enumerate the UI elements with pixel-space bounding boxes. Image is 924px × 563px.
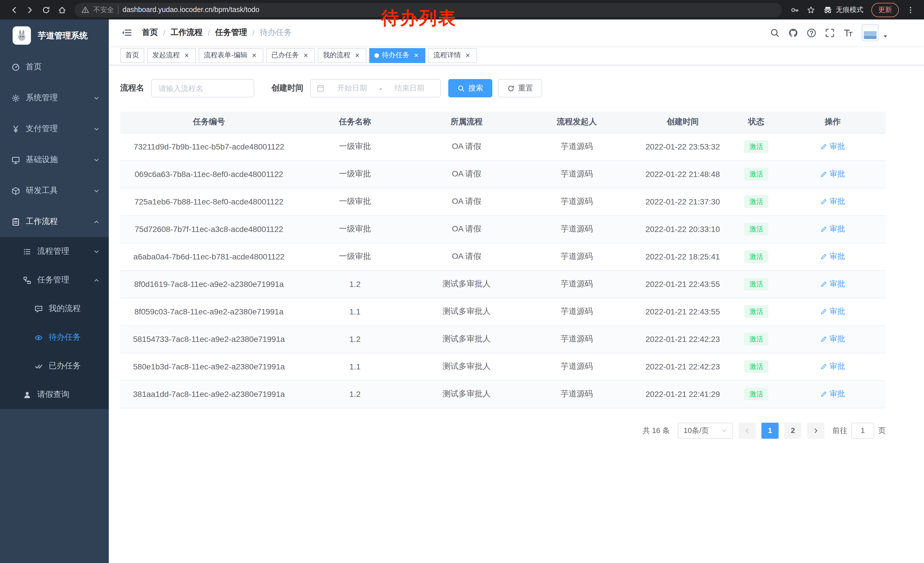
search-icon <box>458 84 465 92</box>
sidebar-item-infra[interactable]: 基础设施 <box>0 144 109 175</box>
table-row: 75d72608-7b7f-11ec-a3c8-acde48001122 一级审… <box>120 215 886 243</box>
col-initiator: 流程发起人 <box>521 112 633 133</box>
sidebar-item-todo-task[interactable]: 待办任务 <box>0 323 109 352</box>
sidebar-item-payment[interactable]: 支付管理 <box>0 113 109 144</box>
github-icon[interactable] <box>784 24 802 42</box>
tab-close-icon[interactable]: × <box>412 51 420 59</box>
sidebar-item-home[interactable]: 首页 <box>0 51 109 83</box>
filter-bar: 流程名 创建时间 开始日期 - 结束日期 搜索 重置 <box>120 79 886 98</box>
edit-icon <box>820 308 827 315</box>
refresh-icon <box>507 84 514 92</box>
page-button-2[interactable]: 2 <box>784 422 801 438</box>
col-status: 状态 <box>733 112 780 133</box>
prev-page-button[interactable] <box>738 422 756 438</box>
tab-label: 待办任务 <box>382 50 410 60</box>
cell-initiator: 芋道源码 <box>521 161 633 188</box>
cell-action: 审批 <box>780 188 886 215</box>
breadcrumb-item[interactable]: 任务管理 <box>215 27 248 38</box>
tab-process-form-edit[interactable]: 流程表单-编辑 × <box>199 48 263 63</box>
cell-status: 激活 <box>733 133 780 161</box>
approve-link[interactable]: 审批 <box>820 141 845 152</box>
approve-link[interactable]: 审批 <box>820 334 845 344</box>
tab-my-process[interactable]: 我的流程 × <box>318 48 366 63</box>
avatar[interactable] <box>862 24 879 41</box>
tab-close-icon[interactable]: × <box>302 51 310 59</box>
app-logo[interactable]: 芋道管理系统 <box>0 20 109 51</box>
approve-link[interactable]: 审批 <box>820 362 845 372</box>
approve-link[interactable]: 审批 <box>820 306 845 317</box>
edit-icon <box>820 336 827 342</box>
sidebar-item-done-task[interactable]: 已办任务 <box>0 352 109 380</box>
breadcrumb-separator: / <box>163 28 165 37</box>
sidebar-item-process-mgmt[interactable]: 流程管理 <box>0 237 109 266</box>
tab-home[interactable]: 首页 <box>120 48 144 63</box>
sidebar-item-leave-query[interactable]: 请假查询 <box>0 380 109 409</box>
tab-done-task[interactable]: 已办任务 × <box>266 48 315 63</box>
page-button-1[interactable]: 1 <box>761 422 778 438</box>
breadcrumb-item[interactable]: 首页 <box>142 27 158 38</box>
browser-update-button[interactable]: 更新 <box>872 3 899 17</box>
approve-link[interactable]: 审批 <box>820 197 845 207</box>
sidebar-item-task-mgmt[interactable]: 任务管理 <box>0 266 109 294</box>
sidebar-item-system[interactable]: 系统管理 <box>0 83 109 113</box>
browser-refresh-button[interactable] <box>38 2 54 18</box>
reset-button[interactable]: 重置 <box>498 79 542 98</box>
status-badge: 激活 <box>744 333 768 345</box>
pagination-goto: 前往 页 <box>832 422 886 438</box>
next-page-button[interactable] <box>807 422 824 438</box>
search-button[interactable]: 搜索 <box>448 79 492 98</box>
avatar-image <box>864 26 876 39</box>
browser-address-bar[interactable]: 不安全 dashboard.yudao.iocoder.cn/bpm/task/… <box>74 3 782 17</box>
sidebar-item-label: 工作流程 <box>26 216 58 227</box>
sidebar-item-my-process[interactable]: 我的流程 <box>0 294 109 323</box>
fullscreen-icon[interactable] <box>820 24 839 42</box>
search-icon[interactable] <box>765 24 784 42</box>
double-check-icon <box>34 362 43 370</box>
tab-process-detail[interactable]: 流程详情 × <box>428 48 477 63</box>
sidebar-item-devtools[interactable]: 研发工具 <box>0 175 109 206</box>
cell-initiator: 芋道源码 <box>521 298 633 325</box>
col-task-name: 任务名称 <box>298 112 412 133</box>
browser-menu-button[interactable] <box>902 2 918 18</box>
tab-start-process[interactable]: 发起流程 × <box>147 48 196 63</box>
navbar: 首页 / 工作流程 / 任务管理 / 待办任务 <box>109 20 924 46</box>
password-key-icon[interactable] <box>787 2 802 18</box>
flow-icon <box>23 276 32 284</box>
page-size-select[interactable]: 10条/页 <box>678 422 733 438</box>
approve-link[interactable]: 审批 <box>820 279 845 289</box>
goto-page-input[interactable] <box>851 422 874 438</box>
sidebar-item-workflow[interactable]: 工作流程 <box>0 206 109 237</box>
date-range-picker[interactable]: 开始日期 - 结束日期 <box>310 79 441 98</box>
caret-down-icon[interactable] <box>882 33 888 39</box>
approve-link[interactable]: 审批 <box>820 169 845 179</box>
incognito-label: 无痕模式 <box>836 5 863 15</box>
tab-close-icon[interactable]: × <box>250 51 258 59</box>
tab-close-icon[interactable]: × <box>183 51 190 59</box>
process-name-input[interactable] <box>151 79 254 98</box>
incognito-badge: 无痕模式 <box>823 5 863 15</box>
sidebar-collapse-button[interactable] <box>118 27 135 38</box>
approve-link[interactable]: 审批 <box>820 224 845 234</box>
breadcrumb-item[interactable]: 工作流程 <box>171 27 202 38</box>
cell-task-name: 一级审批 <box>298 215 412 243</box>
browser-home-button[interactable] <box>54 2 70 18</box>
cell-created: 2022-01-22 20:33:10 <box>633 215 733 243</box>
approve-link[interactable]: 审批 <box>820 251 845 262</box>
chevron-down-icon <box>93 95 100 101</box>
tab-todo-task[interactable]: 待办任务 × <box>369 48 425 63</box>
tab-close-icon[interactable]: × <box>353 51 361 59</box>
bookmark-star-icon[interactable] <box>802 2 819 18</box>
browser-forward-button[interactable] <box>22 2 38 18</box>
cell-task-name: 一级审批 <box>298 161 412 188</box>
browser-back-button[interactable] <box>6 2 22 18</box>
chevron-down-icon <box>93 248 100 255</box>
font-size-icon[interactable] <box>839 24 857 42</box>
start-date-placeholder: 开始日期 <box>327 83 377 93</box>
table-row: 58154733-7ac8-11ec-a9e2-a2380e71991a 1.2… <box>120 325 886 353</box>
help-icon[interactable] <box>802 24 820 42</box>
approve-link[interactable]: 审批 <box>820 389 845 399</box>
edit-icon <box>820 198 827 205</box>
tab-close-icon[interactable]: × <box>464 51 472 59</box>
cell-status: 激活 <box>733 325 780 353</box>
cell-initiator: 芋道源码 <box>521 270 633 298</box>
